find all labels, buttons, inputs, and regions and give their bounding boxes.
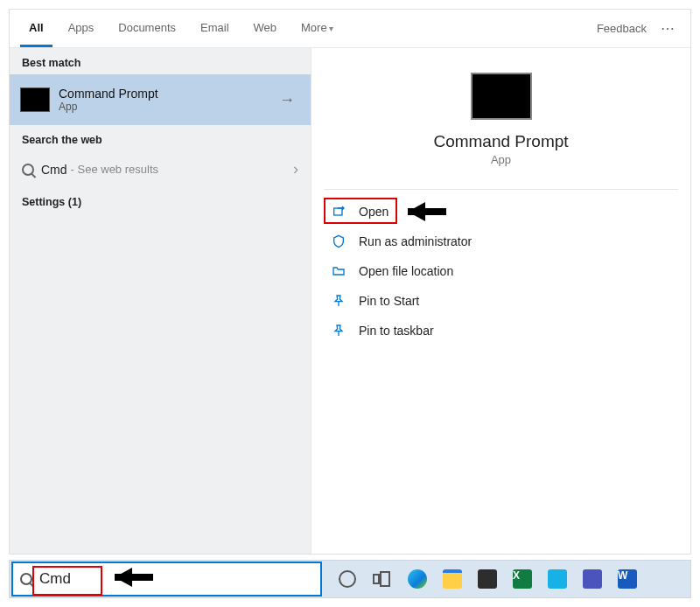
pin-start-icon xyxy=(331,293,346,309)
best-match-label: Best match xyxy=(10,48,311,74)
expand-arrow-icon[interactable]: → xyxy=(274,91,300,109)
action-pin-start-label: Pin to Start xyxy=(359,294,419,308)
filter-tabs: All Apps Documents Email Web More Feedba… xyxy=(10,10,690,48)
details-pane: Command Prompt App Open Run as administr… xyxy=(312,48,690,554)
search-input[interactable] xyxy=(39,570,313,588)
word-icon[interactable]: W xyxy=(616,568,639,590)
action-pin-taskbar[interactable]: Pin to taskbar xyxy=(312,316,690,345)
open-icon xyxy=(331,204,346,220)
command-prompt-large-icon xyxy=(471,73,532,120)
action-run-admin-label: Run as administrator xyxy=(359,234,472,248)
app-title: Command Prompt xyxy=(433,132,568,151)
svg-rect-0 xyxy=(334,208,342,215)
action-open-label: Open xyxy=(359,205,388,219)
search-icon xyxy=(22,164,34,176)
web-hint: - See web results xyxy=(71,163,158,176)
divider xyxy=(324,189,678,190)
folder-icon xyxy=(331,263,346,279)
best-match-subtitle: App xyxy=(59,101,274,113)
web-result-item[interactable]: Cmd - See web results › xyxy=(10,151,311,187)
store-icon[interactable] xyxy=(476,568,499,590)
settings-label: Settings (1) xyxy=(10,187,311,213)
action-run-admin[interactable]: Run as administrator xyxy=(312,227,690,256)
svg-rect-1 xyxy=(374,575,379,583)
svg-rect-2 xyxy=(381,572,389,586)
annotation-arrow-open xyxy=(408,202,462,221)
results-left-pane: Best match Command Prompt App → Search t… xyxy=(10,48,312,554)
more-options-icon[interactable]: ⋯ xyxy=(655,20,680,37)
teams-icon[interactable] xyxy=(581,568,604,590)
tab-all[interactable]: All xyxy=(20,10,52,47)
web-query: Cmd xyxy=(41,163,67,177)
action-open[interactable]: Open xyxy=(312,197,690,227)
excel-icon[interactable]: X xyxy=(511,568,534,590)
app-subtitle: App xyxy=(491,153,511,166)
taskbar-icons: X W xyxy=(336,568,639,590)
search-icon xyxy=(20,573,32,585)
tab-email[interactable]: Email xyxy=(192,10,238,47)
annotation-arrow-search xyxy=(115,568,169,587)
taskbar: X W xyxy=(9,560,691,598)
best-match-item[interactable]: Command Prompt App → xyxy=(10,74,311,125)
feedback-link[interactable]: Feedback xyxy=(588,11,655,45)
tab-apps[interactable]: Apps xyxy=(60,10,103,47)
cortana-icon[interactable] xyxy=(336,568,359,590)
chevron-right-icon: › xyxy=(293,160,298,178)
best-match-title: Command Prompt xyxy=(59,87,274,101)
task-view-icon[interactable] xyxy=(371,568,394,590)
command-prompt-icon xyxy=(20,87,50,112)
action-open-location[interactable]: Open file location xyxy=(312,256,690,286)
results-body: Best match Command Prompt App → Search t… xyxy=(10,48,690,554)
search-panel: All Apps Documents Email Web More Feedba… xyxy=(9,9,691,555)
tab-web[interactable]: Web xyxy=(245,10,286,47)
tab-documents[interactable]: Documents xyxy=(109,10,185,47)
action-pin-start[interactable]: Pin to Start xyxy=(312,286,690,316)
kodi-icon[interactable] xyxy=(546,568,569,590)
edge-icon[interactable] xyxy=(406,568,429,590)
file-explorer-icon[interactable] xyxy=(441,568,464,590)
action-pin-taskbar-label: Pin to taskbar xyxy=(359,324,434,338)
tab-more[interactable]: More xyxy=(292,10,342,47)
admin-icon xyxy=(331,234,346,249)
app-hero: Command Prompt App xyxy=(312,48,690,184)
pin-taskbar-icon xyxy=(331,323,346,338)
search-web-label: Search the web xyxy=(10,125,311,151)
action-open-location-label: Open file location xyxy=(359,264,453,278)
